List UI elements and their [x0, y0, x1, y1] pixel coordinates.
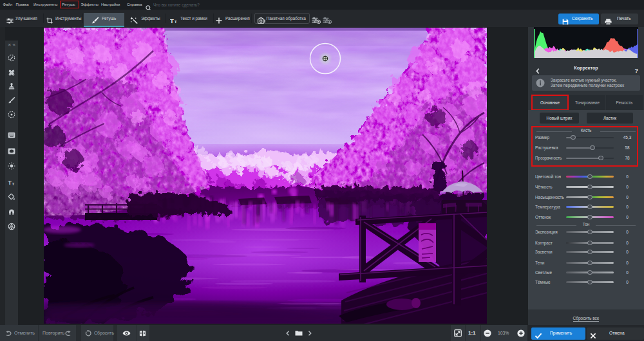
svg-text:T: T — [8, 180, 12, 186]
svg-text:T: T — [170, 18, 174, 24]
svg-text:т: т — [12, 181, 15, 186]
svg-text:т: т — [175, 19, 177, 24]
